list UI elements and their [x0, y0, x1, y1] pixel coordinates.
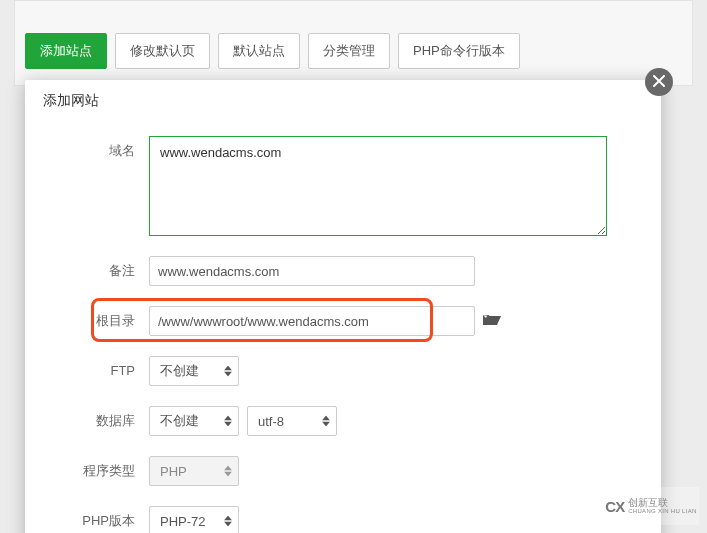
watermark-brand-cn: 创新互联	[628, 498, 696, 508]
modify-default-page-button[interactable]: 修改默认页	[115, 33, 210, 69]
chevron-updown-icon	[322, 416, 330, 427]
database-select[interactable]: 不创建	[149, 406, 239, 436]
charset-select-value: utf-8	[258, 414, 284, 429]
root-dir-input[interactable]	[149, 306, 475, 336]
folder-icon[interactable]	[483, 313, 501, 330]
close-icon	[653, 73, 665, 91]
toolbar: 添加站点 修改默认页 默认站点 分类管理 PHP命令行版本	[25, 33, 682, 69]
default-site-button[interactable]: 默认站点	[218, 33, 300, 69]
label-database: 数据库	[41, 406, 149, 436]
charset-select[interactable]: utf-8	[247, 406, 337, 436]
program-type-select: PHP	[149, 456, 239, 486]
watermark-brand-py: CHUANG XIN HU LIAN	[628, 508, 696, 514]
chevron-updown-icon	[224, 366, 232, 377]
watermark-initials: CX	[605, 498, 624, 515]
ftp-select[interactable]: 不创建	[149, 356, 239, 386]
program-type-select-value: PHP	[160, 464, 187, 479]
label-program-type: 程序类型	[41, 456, 149, 486]
add-site-modal: 添加网站 域名 www.wendacms.com 备注 根目录	[25, 80, 661, 533]
chevron-updown-icon	[224, 466, 232, 477]
chevron-updown-icon	[224, 516, 232, 527]
form-row-ftp: FTP 不创建	[25, 346, 661, 396]
remark-input[interactable]	[149, 256, 475, 286]
truncated-notice-row	[25, 9, 682, 19]
php-version-select-value: PHP-72	[160, 514, 206, 529]
form-row-remark: 备注	[25, 246, 661, 296]
label-root: 根目录	[41, 306, 149, 336]
add-site-form: 域名 www.wendacms.com 备注 根目录 FTP	[25, 122, 661, 533]
label-php-version: PHP版本	[41, 506, 149, 533]
close-button[interactable]	[645, 68, 673, 96]
category-manage-button[interactable]: 分类管理	[308, 33, 390, 69]
label-ftp: FTP	[41, 356, 149, 386]
form-row-program-type: 程序类型 PHP	[25, 446, 661, 496]
form-row-root: 根目录	[25, 296, 661, 346]
page-background-panel: 添加站点 修改默认页 默认站点 分类管理 PHP命令行版本	[14, 0, 693, 86]
form-row-domain: 域名 www.wendacms.com	[25, 126, 661, 246]
watermark-logo: CX 创新互联 CHUANG XIN HU LIAN	[603, 487, 699, 525]
php-cli-version-button[interactable]: PHP命令行版本	[398, 33, 520, 69]
label-domain: 域名	[41, 136, 149, 166]
chevron-updown-icon	[224, 416, 232, 427]
modal-title: 添加网站	[25, 80, 661, 122]
label-remark: 备注	[41, 256, 149, 286]
database-select-value: 不创建	[160, 412, 199, 430]
add-site-button[interactable]: 添加站点	[25, 33, 107, 69]
php-version-select[interactable]: PHP-72	[149, 506, 239, 533]
domain-textarea[interactable]: www.wendacms.com	[149, 136, 607, 236]
form-row-php-version: PHP版本 PHP-72	[25, 496, 661, 533]
ftp-select-value: 不创建	[160, 362, 199, 380]
form-row-database: 数据库 不创建 utf-8	[25, 396, 661, 446]
